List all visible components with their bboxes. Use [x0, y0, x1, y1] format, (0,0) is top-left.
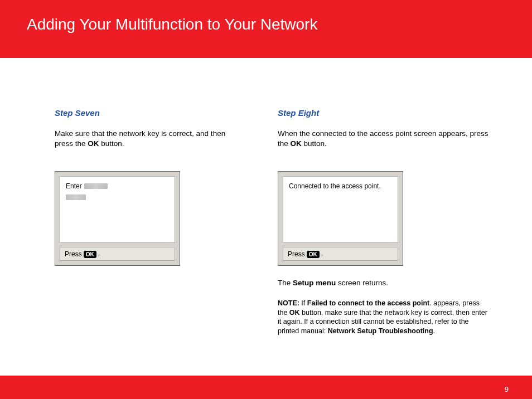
step-eight-column: Step Eight When the connected to the acc…: [278, 108, 490, 336]
note-block: NOTE: If Failed to connect to the access…: [278, 299, 490, 337]
ok-bold: OK: [88, 139, 99, 148]
enter-line: Enter: [66, 182, 169, 190]
entry-value-line: [66, 194, 169, 200]
text-fragment: button.: [302, 139, 327, 148]
blurred-text: [66, 194, 86, 200]
device-screen-body: Enter: [60, 176, 175, 243]
connected-message: Connected to the access point.: [289, 182, 392, 190]
text-fragment: button.: [99, 139, 124, 148]
step-seven-column: Step Seven Make sure that the network ke…: [55, 108, 233, 336]
device-screen-body: Connected to the access point.: [283, 176, 398, 243]
page-title: Adding Your Multifunction to Your Networ…: [27, 16, 532, 33]
text-fragment: The: [278, 279, 293, 287]
period: .: [98, 250, 100, 258]
header-band: Adding Your Multifunction to Your Networ…: [0, 0, 532, 58]
device-footer: Press OK .: [283, 247, 398, 261]
footer-band: 9: [0, 376, 532, 399]
enter-label: Enter: [66, 182, 82, 190]
blurred-text: [84, 183, 108, 189]
device-screen-connected: Connected to the access point. Press OK …: [278, 171, 403, 266]
press-label: Press: [288, 250, 305, 258]
failed-bold: Failed to connect to the access point: [307, 299, 429, 307]
connected-text: Connected to the access point.: [289, 182, 381, 190]
period: .: [321, 250, 323, 258]
ok-bold: OK: [291, 139, 302, 148]
ok-chip: OK: [307, 251, 320, 258]
troubleshooting-bold: Network Setup Troubleshooting: [328, 327, 433, 335]
step-seven-text: Make sure that the network key is correc…: [55, 129, 233, 149]
setup-menu-bold: Setup menu: [293, 279, 336, 287]
ok-chip: OK: [84, 251, 96, 258]
page-number: 9: [505, 385, 509, 393]
content-area: Step Seven Make sure that the network ke…: [0, 58, 532, 336]
text-fragment: If: [299, 299, 307, 307]
press-label: Press: [65, 250, 82, 258]
text-fragment: .: [433, 327, 435, 335]
device-screen-enter: Enter Press OK .: [55, 171, 180, 266]
text-fragment: screen returns.: [336, 279, 388, 287]
ok-bold: OK: [289, 309, 300, 317]
step-eight-heading: Step Eight: [278, 108, 490, 118]
text-fragment: Make sure that the network key is correc…: [55, 129, 225, 148]
step-eight-text: When the connected to the access point s…: [278, 129, 490, 149]
step-seven-heading: Step Seven: [55, 108, 233, 118]
note-label: NOTE:: [278, 299, 299, 307]
device-footer: Press OK .: [60, 247, 175, 261]
returns-text: The Setup menu screen returns.: [278, 278, 490, 288]
